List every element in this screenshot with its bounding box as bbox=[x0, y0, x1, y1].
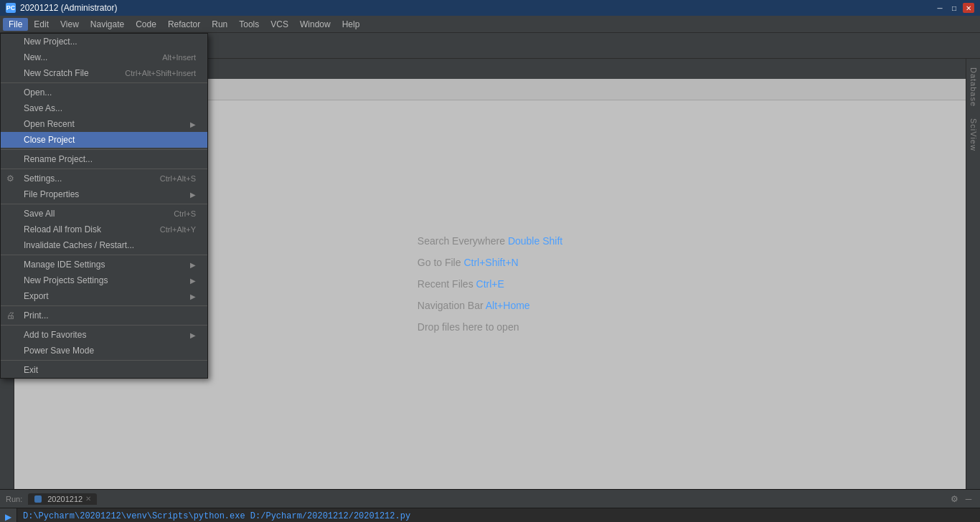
menu-print[interactable]: 🖨 Print... bbox=[1, 308, 207, 323]
menu-save-as[interactable]: Save As... bbox=[1, 100, 207, 116]
menu-new-scratch-shortcut: Ctrl+Alt+Shift+Insert bbox=[125, 69, 196, 77]
sep7 bbox=[1, 325, 207, 326]
menu-new-projects-settings-label: New Projects Settings bbox=[24, 275, 108, 285]
scview-label[interactable]: SciView bbox=[968, 113, 979, 157]
favorites-arrow: ▶ bbox=[190, 331, 196, 339]
menu-exit[interactable]: Exit bbox=[1, 362, 207, 378]
database-label[interactable]: Database bbox=[968, 62, 979, 113]
menu-code[interactable]: Code bbox=[130, 18, 162, 31]
menu-invalidate-caches[interactable]: Invalidate Caches / Restart... bbox=[1, 237, 207, 253]
menu-save-all-label: Save All bbox=[24, 209, 55, 219]
right-sidebar: Database SciView bbox=[966, 59, 980, 489]
menu-file-properties[interactable]: File Properties ▶ bbox=[1, 186, 207, 202]
maximize-button[interactable]: □ bbox=[948, 3, 960, 13]
hint-recent-files: Recent Files Ctrl+E bbox=[418, 278, 504, 290]
menu-close-project-label: Close Project bbox=[24, 135, 75, 145]
print-icon: 🖨 bbox=[6, 310, 15, 321]
sep8 bbox=[1, 360, 207, 361]
menu-window[interactable]: Window bbox=[294, 18, 336, 31]
file-menu-dropdown: New Project... New... Alt+Insert New Scr… bbox=[0, 33, 208, 379]
menu-open-label: Open... bbox=[24, 87, 52, 98]
menu-settings[interactable]: ⚙ Settings... Ctrl+Alt+S bbox=[1, 171, 207, 186]
menu-power-save-label: Power Save Mode bbox=[24, 346, 94, 356]
run-settings-btn[interactable]: ⚙ bbox=[948, 493, 960, 505]
menu-edit[interactable]: Edit bbox=[28, 18, 55, 31]
sep2 bbox=[1, 149, 207, 150]
sep1 bbox=[1, 82, 207, 83]
menu-file[interactable]: File bbox=[3, 18, 28, 31]
menu-close-project[interactable]: Close Project bbox=[1, 132, 207, 148]
menu-rename-project[interactable]: Rename Project... bbox=[1, 151, 207, 167]
run-tab-close[interactable]: ✕ bbox=[85, 495, 91, 503]
menu-navigate[interactable]: Navigate bbox=[85, 18, 130, 31]
run-panel-header: Run: 20201212 ✕ ⚙ ─ bbox=[0, 490, 980, 508]
menu-settings-label: Settings... bbox=[24, 174, 62, 184]
menu-new[interactable]: New... Alt+Insert bbox=[1, 49, 207, 65]
menu-export[interactable]: Export ▶ bbox=[1, 288, 207, 304]
menu-manage-ide-label: Manage IDE Settings bbox=[24, 260, 105, 270]
run-minimize-btn[interactable]: ─ bbox=[963, 493, 974, 505]
menu-rename-project-label: Rename Project... bbox=[24, 154, 93, 164]
hint-goto-file: Go to File Ctrl+Shift+N bbox=[418, 257, 519, 268]
run-tab-name: 20201212 bbox=[47, 495, 83, 503]
menu-new-label: New... bbox=[24, 52, 47, 62]
export-arrow: ▶ bbox=[190, 293, 196, 300]
menu-print-label: Print... bbox=[24, 310, 49, 321]
menu-invalidate-caches-label: Invalidate Caches / Restart... bbox=[24, 240, 134, 250]
menu-add-favorites[interactable]: Add to Favorites ▶ bbox=[1, 327, 207, 343]
hint-navigation-bar: Navigation Bar Alt+Home bbox=[418, 300, 530, 311]
sep5 bbox=[1, 255, 207, 255]
title-bar-controls: ─ □ ✕ bbox=[934, 3, 974, 13]
menu-power-save[interactable]: Power Save Mode bbox=[1, 343, 207, 359]
hint-search-everywhere: Search Everywhere Double Shift bbox=[418, 235, 562, 247]
sep3 bbox=[1, 169, 207, 169]
menu-reload-all[interactable]: Reload All from Disk Ctrl+Alt+Y bbox=[1, 222, 207, 237]
editor-hints: Search Everywhere Double Shift Go to Fil… bbox=[403, 221, 577, 347]
menu-export-label: Export bbox=[24, 291, 49, 301]
menu-run[interactable]: Run bbox=[206, 18, 233, 31]
menu-exit-label: Exit bbox=[24, 365, 38, 375]
minimize-button[interactable]: ─ bbox=[934, 3, 946, 13]
menu-tools[interactable]: Tools bbox=[233, 18, 265, 31]
close-button[interactable]: ✕ bbox=[963, 3, 974, 13]
menu-refactor[interactable]: Refactor bbox=[162, 18, 206, 31]
sep6 bbox=[1, 305, 207, 306]
run-panel: Run: 20201212 ✕ ⚙ ─ ▶ ■ ↑ ↓ ≡ ⋮ 📌 🖨 🗑 bbox=[0, 489, 980, 522]
menu-new-shortcut: Alt+Insert bbox=[162, 53, 196, 62]
menu-new-project[interactable]: New Project... bbox=[1, 34, 207, 49]
menu-help[interactable]: Help bbox=[336, 18, 366, 31]
run-label: Run: bbox=[6, 495, 22, 503]
menu-open-recent-label: Open Recent bbox=[24, 119, 75, 129]
run-output[interactable]: D:\Pycharm\20201212\venv\Scripts\python.… bbox=[17, 508, 980, 522]
open-recent-arrow: ▶ bbox=[190, 120, 196, 128]
run-tab[interactable]: 20201212 ✕ bbox=[28, 493, 97, 505]
menu-new-project-label: New Project... bbox=[24, 37, 77, 47]
menu-new-scratch-label: New Scratch File bbox=[24, 68, 89, 78]
title-bar-left: PC 20201212 (Administrator) bbox=[6, 3, 117, 13]
run-left-toolbar: ▶ ■ ↑ ↓ ≡ ⋮ 📌 🖨 🗑 bbox=[0, 508, 17, 522]
run-play-btn[interactable]: ▶ bbox=[2, 511, 15, 522]
menu-bar: File Edit View Navigate Code Refactor Ru… bbox=[0, 16, 980, 33]
settings-icon: ⚙ bbox=[6, 174, 14, 184]
menu-save-all[interactable]: Save All Ctrl+S bbox=[1, 206, 207, 222]
menu-add-favorites-label: Add to Favorites bbox=[24, 330, 86, 340]
menu-view[interactable]: View bbox=[55, 18, 85, 31]
title-bar: PC 20201212 (Administrator) ─ □ ✕ bbox=[0, 0, 980, 16]
hint-drop-files: Drop files here to open bbox=[418, 321, 519, 333]
app-icon: PC bbox=[6, 3, 16, 13]
menu-new-scratch[interactable]: New Scratch File Ctrl+Alt+Shift+Insert bbox=[1, 65, 207, 81]
sep4 bbox=[1, 204, 207, 204]
menu-vcs[interactable]: VCS bbox=[265, 18, 294, 31]
menu-manage-ide[interactable]: Manage IDE Settings ▶ bbox=[1, 257, 207, 272]
menu-open[interactable]: Open... bbox=[1, 85, 207, 100]
manage-ide-arrow: ▶ bbox=[190, 261, 196, 269]
menu-save-all-shortcut: Ctrl+S bbox=[174, 209, 196, 218]
new-projects-arrow: ▶ bbox=[190, 277, 196, 285]
menu-new-projects-settings[interactable]: New Projects Settings ▶ bbox=[1, 272, 207, 288]
menu-save-as-label: Save As... bbox=[24, 103, 62, 113]
file-props-arrow: ▶ bbox=[190, 191, 196, 199]
menu-reload-all-label: Reload All from Disk bbox=[24, 224, 101, 234]
menu-open-recent[interactable]: Open Recent ▶ bbox=[1, 116, 207, 132]
run-output-line1: D:\Pycharm\20201212\venv\Scripts\python.… bbox=[23, 511, 974, 521]
svg-rect-9 bbox=[34, 495, 42, 503]
